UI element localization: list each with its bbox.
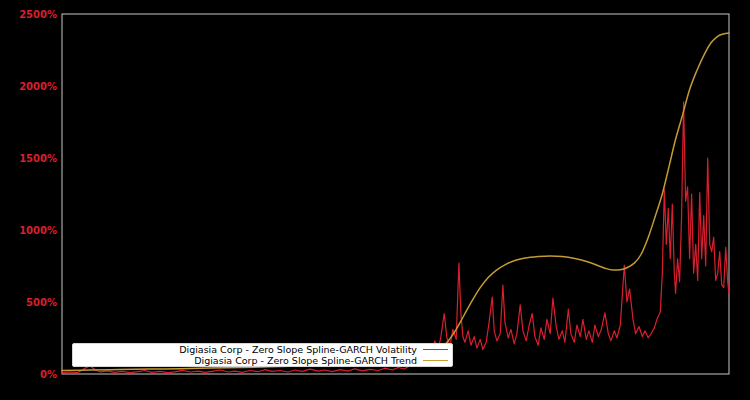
volatility-line: [62, 102, 729, 373]
legend-label-trend: Digiasia Corp - Zero Slope Spline-GARCH …: [194, 355, 417, 366]
y-axis-tick-label: 1000%: [19, 225, 57, 236]
y-axis-tick-label: 2000%: [19, 81, 57, 92]
y-axis-tick-label: 500%: [26, 297, 57, 308]
volatility-line-swatch: [423, 349, 448, 350]
y-axis-tick-label: 1500%: [19, 153, 57, 164]
legend: Digiasia Corp - Zero Slope Spline-GARCH …: [72, 343, 453, 367]
y-axis-tick-label: 0%: [40, 369, 57, 380]
plot-border: [62, 14, 729, 374]
chart-canvas: 0%500%1000%1500%2000%2500%: [0, 0, 750, 400]
trend-line-swatch: [423, 360, 448, 361]
chart-figure: 0%500%1000%1500%2000%2500% Digiasia Corp…: [0, 0, 750, 400]
trend-line: [62, 33, 729, 370]
legend-label-volatility: Digiasia Corp - Zero Slope Spline-GARCH …: [179, 344, 417, 355]
y-axis-tick-label: 2500%: [19, 9, 57, 20]
legend-item-volatility: Digiasia Corp - Zero Slope Spline-GARCH …: [73, 344, 452, 355]
legend-item-trend: Digiasia Corp - Zero Slope Spline-GARCH …: [73, 355, 452, 366]
